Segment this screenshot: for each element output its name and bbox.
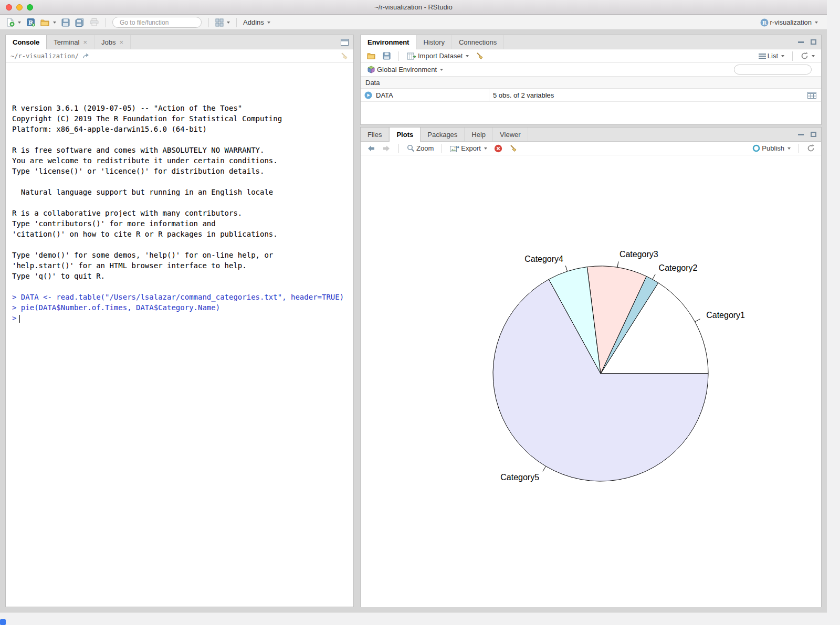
new-project-icon: R [26,18,35,27]
pie-label-tick [695,319,700,322]
tab-label: Connections [459,38,497,46]
remove-plot-button[interactable] [492,143,504,154]
save-icon [383,52,391,60]
tab-viewer[interactable]: Viewer [493,128,528,141]
import-dataset-label: Import Dataset [418,52,463,60]
plot-area: Category1Category2Category3Category4Cate… [361,155,821,607]
tab-console[interactable]: Console [6,35,47,49]
refresh-plot-button[interactable] [805,143,816,153]
pie-label-category5: Category5 [500,473,539,482]
tab-plots[interactable]: Plots [389,128,421,142]
tab-packages[interactable]: Packages [421,128,465,141]
console-output-line: Type 'license()' or 'licence()' for dist… [12,166,351,176]
expand-object-icon[interactable] [364,91,372,99]
console-output-line: R is a collaborative project with many c… [12,208,351,218]
environment-pane: Environment History Connections I [360,35,822,125]
tab-history[interactable]: History [416,35,452,49]
environment-object-row[interactable]: DATA 5 obs. of 2 variables [361,89,821,102]
goto-file-input[interactable] [120,19,201,26]
console-output-line: Natural language support but running in … [12,187,351,197]
print-button[interactable] [88,17,100,27]
tab-terminal[interactable]: Terminal× [47,35,94,49]
tab-label: Help [471,131,486,139]
console-output[interactable]: R version 3.6.1 (2019-07-05) -- "Action … [6,63,353,608]
refresh-environment-button[interactable] [799,51,816,61]
chevron-down-icon [788,147,791,150]
chevron-down-icon [18,22,21,24]
addins-button[interactable]: Addins [242,17,272,27]
pie-label-tick [543,467,546,472]
tab-help[interactable]: Help [465,128,493,141]
project-icon: R [760,18,769,27]
pie-label-category3: Category3 [620,250,658,259]
refresh-icon [801,52,808,60]
broom-icon [476,52,484,60]
previous-plot-button[interactable] [365,144,377,153]
tab-label: Console [13,38,39,46]
environment-search-box[interactable] [734,65,812,75]
toolbar-separator [236,18,237,27]
chevron-down-icon [812,55,815,57]
minimize-pane-icon[interactable] [798,41,804,43]
tab-label: Files [368,131,382,139]
clear-console-icon[interactable] [340,52,349,60]
publish-plot-button[interactable]: Publish [751,143,792,153]
window-title: ~/r-visualization - RStudio [0,0,827,15]
new-file-button[interactable] [4,17,23,28]
console-prompt-line[interactable]: > [12,313,351,323]
save-button[interactable] [60,17,71,28]
console-output-line: Type 'demo()' for some demos, 'help()' f… [12,250,351,260]
object-summary: 5 obs. of 2 variables [493,91,554,99]
list-view-button[interactable]: List [757,51,786,61]
console-output-line [12,239,351,250]
open-file-button[interactable] [39,17,58,28]
load-workspace-button[interactable] [365,51,377,61]
tab-jobs[interactable]: Jobs× [94,35,131,49]
goto-file-box[interactable] [112,17,202,28]
tab-label: History [423,38,444,46]
pane-layout-button[interactable] [214,17,232,28]
pie-label-tick [565,266,568,271]
toolbar-separator [398,144,399,153]
object-name-cell: DATA [361,89,489,101]
console-output-line: Type 'contributors()' for more informati… [12,218,351,229]
next-plot-button[interactable] [381,144,392,153]
chevron-down-icon [484,147,487,150]
close-icon[interactable]: × [119,38,123,46]
environment-search-input[interactable] [741,66,822,73]
save-all-button[interactable] [74,17,86,28]
plots-pane: Files Plots Packages Help Viewer [360,127,822,607]
maximize-pane-icon[interactable] [811,39,816,45]
new-project-button[interactable]: R [25,17,37,28]
environment-scope-button[interactable]: Global Environment [365,65,445,75]
maximize-pane-icon[interactable] [811,132,816,137]
view-table-icon[interactable] [807,92,816,99]
zoom-plot-button[interactable]: Zoom [405,143,435,153]
forward-arrow-icon [382,145,391,152]
console-output-line: 'citation()' on how to cite R or R packa… [12,229,351,239]
environment-toolbar: Import Dataset List [361,49,821,63]
console-tabbar: Console Terminal× Jobs× [6,35,353,49]
project-menu-button[interactable]: R r-visualization [759,17,820,28]
maximize-pane-icon[interactable] [341,39,349,46]
tab-environment[interactable]: Environment [361,35,416,49]
publish-icon [752,144,760,152]
toolbar-separator [799,144,799,153]
save-workspace-button[interactable] [381,51,392,61]
import-dataset-button[interactable]: Import Dataset [405,51,470,61]
console-output-line: Platform: x86_64-apple-darwin15.6.0 (64-… [12,124,351,134]
chevron-down-icon [267,22,270,24]
tab-files[interactable]: Files [361,128,389,141]
environment-pane-controls [798,35,816,49]
close-icon[interactable]: × [83,38,87,46]
broom-icon [509,144,518,153]
goto-directory-icon[interactable] [82,53,90,59]
plots-pane-controls [798,128,816,141]
clear-all-plots-button[interactable] [508,143,519,154]
dock-item[interactable] [0,619,6,625]
export-plot-button[interactable]: Export [448,143,489,153]
minimize-pane-icon[interactable] [798,134,804,135]
clear-environment-button[interactable] [474,51,486,61]
environment-tabbar: Environment History Connections [361,35,821,49]
tab-connections[interactable]: Connections [452,35,504,49]
